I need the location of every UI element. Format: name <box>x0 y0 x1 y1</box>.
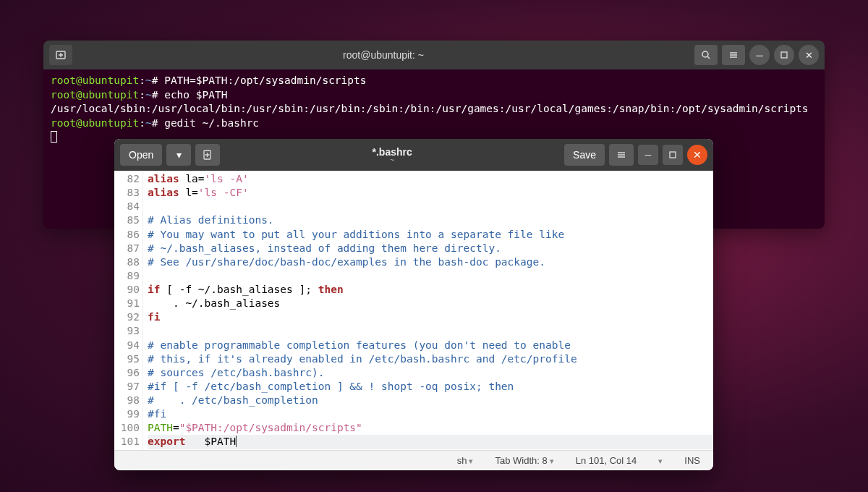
editor-area[interactable]: 82 83 84 85 86 87 88 89 90 91 92 93 94 9… <box>114 171 713 450</box>
line-number-gutter: 82 83 84 85 86 87 88 89 90 91 92 93 94 9… <box>114 171 143 450</box>
new-tab-button[interactable] <box>49 45 72 65</box>
position-dropdown[interactable] <box>658 455 663 466</box>
save-button[interactable]: Save <box>564 144 605 166</box>
close-button[interactable]: ✕ <box>799 45 819 65</box>
close-button[interactable]: ✕ <box>687 145 707 165</box>
text-caret <box>236 436 237 447</box>
svg-rect-8 <box>781 52 787 58</box>
prompt-user: root@ubuntupit <box>51 75 139 86</box>
terminal-cursor <box>51 131 57 143</box>
search-button[interactable] <box>694 45 718 65</box>
tab-width-selector[interactable]: Tab Width: 8 <box>495 455 553 466</box>
insert-mode: INS <box>684 455 700 466</box>
cursor-position: Ln 101, Col 14 <box>576 455 637 466</box>
open-button[interactable]: Open <box>120 144 162 166</box>
new-document-button[interactable] <box>195 144 220 166</box>
svg-point-3 <box>702 51 708 57</box>
terminal-cmd: gedit ~/.bashrc <box>164 117 259 129</box>
language-selector[interactable]: sh <box>457 455 474 466</box>
open-dropdown-button[interactable]: ▾ <box>166 144 191 166</box>
svg-line-4 <box>707 56 710 59</box>
terminal-title: root@ubuntupit: ~ <box>77 49 690 61</box>
hamburger-menu-button[interactable] <box>609 144 634 166</box>
terminal-output: /usr/local/sbin:/usr/local/bin:/usr/sbin… <box>51 103 809 114</box>
terminal-cmd: echo $PATH <box>164 89 227 101</box>
gedit-statusbar: sh Tab Width: 8 Ln 101, Col 14 INS <box>114 450 713 470</box>
maximize-button[interactable] <box>663 145 683 165</box>
gedit-titlebar: Open ▾ *.bashrc ~ Save ─ ✕ <box>114 139 713 171</box>
terminal-body[interactable]: root@ubuntupit:~# PATH=$PATH:/opt/sysadm… <box>43 69 825 149</box>
maximize-button[interactable] <box>774 45 794 65</box>
terminal-titlebar: root@ubuntupit: ~ ─ ✕ <box>43 41 825 69</box>
gedit-window: Open ▾ *.bashrc ~ Save ─ ✕ 82 83 84 85 8… <box>114 139 713 470</box>
minimize-button[interactable]: ─ <box>749 45 770 65</box>
prompt-path: ~ <box>145 75 152 86</box>
hamburger-menu-button[interactable] <box>722 45 745 65</box>
terminal-cmd: PATH=$PATH:/opt/sysadmin/scripts <box>164 75 366 86</box>
svg-rect-15 <box>670 152 676 158</box>
code-content[interactable]: alias la='ls -A' alias l='ls -CF' # Alia… <box>143 171 713 450</box>
gedit-title: *.bashrc ~ <box>224 146 560 164</box>
minimize-button[interactable]: ─ <box>638 145 658 165</box>
